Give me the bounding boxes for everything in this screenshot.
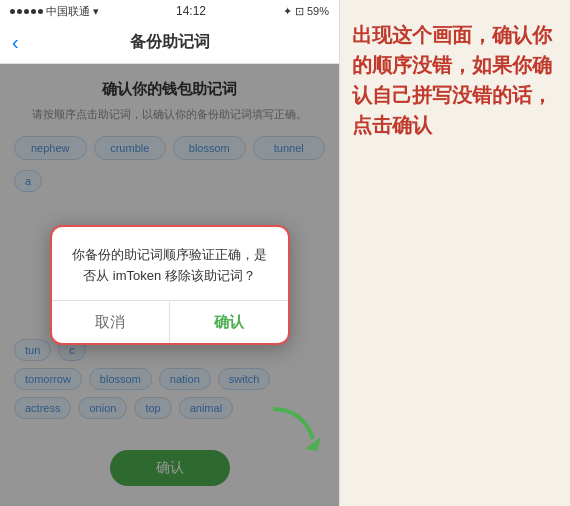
dialog-buttons: 取消 确认 [52, 300, 288, 343]
carrier-label: 中国联通 [46, 4, 90, 19]
nav-title: 备份助记词 [130, 32, 210, 53]
phone-mockup: 中国联通 ▾ 14:12 ✦ ⊡ 59% ‹ 备份助记词 确认你的钱包助记词 请… [0, 0, 340, 506]
battery-icon: ⊡ [295, 5, 304, 18]
status-bar: 中国联通 ▾ 14:12 ✦ ⊡ 59% [0, 0, 339, 22]
dialog-message: 你备份的助记词顺序验证正确，是否从 imToken 移除该助记词？ [68, 245, 272, 287]
arrow-hint-icon [263, 399, 323, 454]
annotation-panel: 出现这个画面，确认你的顺序没错，如果你确认自己拼写没错的话，点击确认 [340, 0, 570, 506]
main-content: 确认你的钱包助记词 请按顺序点击助记词，以确认你的备份助记词填写正确。 neph… [0, 64, 339, 506]
dialog-overlay: 你备份的助记词顺序验证正确，是否从 imToken 移除该助记词？ 取消 确认 [0, 64, 339, 506]
status-right: ✦ ⊡ 59% [283, 5, 329, 18]
wifi-icon: ▾ [93, 5, 99, 18]
status-left: 中国联通 ▾ [10, 4, 99, 19]
annotation-text: 出现这个画面，确认你的顺序没错，如果你确认自己拼写没错的话，点击确认 [352, 20, 558, 140]
dialog-ok-button[interactable]: 确认 [170, 301, 288, 343]
battery-level: 59% [307, 5, 329, 17]
time-display: 14:12 [176, 4, 206, 18]
dialog-cancel-button[interactable]: 取消 [52, 301, 171, 343]
dialog-box: 你备份的助记词顺序验证正确，是否从 imToken 移除该助记词？ 取消 确认 [50, 225, 290, 346]
nav-bar: ‹ 备份助记词 [0, 22, 339, 64]
back-button[interactable]: ‹ [12, 31, 19, 54]
dialog-body: 你备份的助记词顺序验证正确，是否从 imToken 移除该助记词？ [52, 227, 288, 301]
signal-icon [10, 9, 43, 14]
bluetooth-icon: ✦ [283, 5, 292, 18]
svg-marker-0 [305, 437, 321, 451]
